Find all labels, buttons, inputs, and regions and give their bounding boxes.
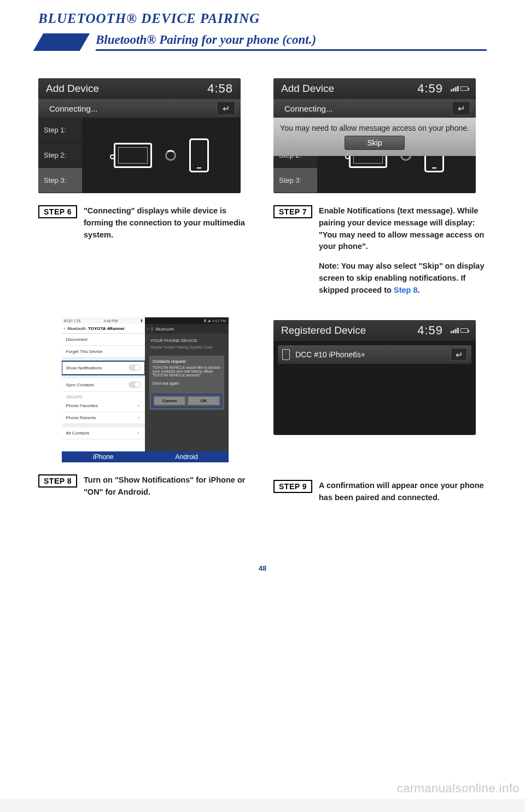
battery-icon — [460, 328, 468, 333]
iphone-screenshot: AT&T LTE 4:48 PM ▮ ‹ Bluetooth TOYOTA 4R… — [62, 317, 145, 451]
back-button[interactable]: ↵ — [217, 101, 235, 115]
android-ok-button[interactable]: OK — [188, 396, 219, 405]
wizard-step-1[interactable]: Step 1: — [38, 118, 82, 143]
step7-paragraph-1: Enable Notifications (text message). Whi… — [319, 205, 487, 253]
iphone-row-all-contacts[interactable]: All Contacts ✓ — [62, 427, 145, 439]
iphone-nav-back[interactable]: Bluetooth — [67, 326, 86, 331]
step7-note-suffix: . — [418, 286, 420, 294]
caption-iphone: iPhone — [62, 451, 145, 462]
page-number: 48 — [38, 564, 487, 572]
step-badge-6: STEP 6 — [38, 205, 77, 218]
iphone-status-carrier: AT&T LTE — [64, 319, 81, 323]
right-column: Add Device 4:59 Connecting... ↵ — [273, 78, 487, 520]
page-heading: BLUETOOTH® DEVICE PAIRING — [38, 11, 487, 26]
iphone-row-all-contacts-label: All Contacts — [66, 431, 90, 436]
registered-device-row[interactable]: DCC #10 iPhone6s+ ↵ — [278, 345, 471, 364]
android-dialog: Contacts request TOYOTA VEHICLE would li… — [149, 356, 224, 410]
iphone-row-sync-contacts[interactable]: Sync Contacts — [62, 378, 145, 392]
step7-link-step8: Step 8 — [394, 286, 418, 294]
iphone-row-favorites-label: Phone Favorites — [66, 403, 98, 408]
screen-clock: 4:59 — [417, 82, 443, 96]
headunit-icon — [114, 143, 152, 168]
screen-subtitle: Connecting... — [49, 104, 97, 113]
manual-page: BLUETOOTH® DEVICE PAIRING Bluetooth® Pai… — [0, 0, 525, 799]
iphone-row-recents-label: Phone Recents — [66, 415, 96, 420]
phone-outline-icon — [282, 349, 290, 360]
caption-android: Android — [145, 451, 229, 462]
wizard-step-2[interactable]: Step 2: — [38, 143, 82, 168]
toggle-icon[interactable] — [129, 364, 141, 371]
back-arrow-icon: ↵ — [223, 103, 230, 114]
back-button[interactable]: ↵ — [452, 101, 470, 115]
wizard-step-3[interactable]: Step 3: — [38, 168, 82, 193]
android-dialog-body: TOYOTA VEHICLE would like to access your… — [153, 366, 221, 377]
step-badge-9: STEP 9 — [273, 480, 312, 493]
iphone-row-show-notifications[interactable]: Show Notifications — [62, 361, 145, 375]
android-section-title: YOUR PHONE DEVICE — [147, 336, 226, 345]
infotainment-screenshot-step9: Registered Device 4:59 DCC #10 iPhone6s+… — [273, 320, 476, 435]
iphone-row-sync-contacts-label: Sync Contacts — [66, 382, 95, 387]
signal-bars-icon — [451, 86, 459, 91]
back-arrow-icon: ↵ — [456, 350, 463, 360]
android-status-time: 4:51 PM — [212, 319, 226, 323]
infotainment-screenshot-step6: Add Device 4:58 Connecting... ↵ Step 1: … — [38, 78, 241, 193]
wizard-step-3[interactable]: Step 3: — [273, 168, 317, 193]
chevron-left-icon: ‹ — [147, 327, 149, 332]
permission-popup: You may need to allow message access on … — [273, 118, 476, 156]
step-text-8: Turn on "Show Notifications" for iPhone … — [84, 474, 252, 498]
registered-device-name: DCC #10 iPhone6s+ — [295, 350, 365, 359]
android-section-sub: Toyota Trusted Pairing System Code — [147, 345, 226, 353]
iphone-row-favorites[interactable]: Phone Favorites ✓ — [62, 400, 145, 412]
infotainment-screenshot-step7: Add Device 4:59 Connecting... ↵ — [273, 78, 476, 193]
screen-title: Add Device — [46, 83, 99, 95]
iphone-status-battery-icon: ▮ — [141, 318, 143, 323]
screen-subtitle: Connecting... — [284, 104, 332, 113]
screen-clock: 4:58 — [207, 82, 233, 96]
screen-clock: 4:59 — [417, 323, 443, 338]
android-dialog-checkbox[interactable]: Don't ask again — [153, 381, 221, 385]
android-nav-title: Bluetooth — [156, 327, 174, 332]
iphone-row-disconnect[interactable]: Disconnect — [62, 334, 145, 346]
step-text-7: Enable Notifications (text message). Whi… — [319, 205, 487, 304]
screen-title: Registered Device — [281, 324, 366, 337]
chevron-left-icon: ‹ — [64, 326, 66, 331]
section-subheading-row: Bluetooth® Pairing for your phone (cont.… — [38, 33, 487, 51]
subheading-accent — [33, 33, 90, 51]
step-text-9: A confirmation will appear once your pho… — [319, 480, 487, 504]
android-cancel-button[interactable]: Cancel — [154, 396, 185, 405]
android-status-signal-icon: ▮ ◢ — [204, 318, 210, 323]
left-column: Add Device 4:58 Connecting... ↵ Step 1: … — [38, 78, 252, 520]
signal-bars-icon — [451, 328, 459, 333]
step-badge-7: STEP 7 — [273, 205, 312, 218]
step-text-6: "Connecting" displays while device is fo… — [84, 205, 252, 241]
phone-icon — [189, 138, 209, 172]
watermark: carmanualsonline.info — [396, 781, 520, 796]
toggle-icon[interactable] — [129, 381, 141, 388]
checkmark-icon: ✓ — [137, 415, 141, 420]
skip-button[interactable]: Skip — [345, 136, 404, 150]
section-subheading: Bluetooth® Pairing for your phone (cont.… — [96, 33, 316, 48]
bluetooth-icon: ᛒ — [151, 327, 154, 332]
android-screenshot: ▮ ◢ 4:51 PM ‹ ᛒ Bluetooth YOUR PHONE DEV… — [145, 317, 229, 451]
popup-message: You may need to allow message access on … — [280, 124, 469, 132]
checkmark-icon: ✓ — [137, 431, 141, 436]
back-button[interactable]: ↵ — [451, 348, 467, 361]
back-arrow-icon: ↵ — [458, 103, 465, 114]
phone-screenshots-row: AT&T LTE 4:48 PM ▮ ‹ Bluetooth TOYOTA 4R… — [62, 317, 229, 451]
iphone-status-time: 4:48 PM — [103, 319, 118, 323]
phone-captions: iPhone Android — [62, 451, 229, 462]
iphone-row-recents[interactable]: Phone Recents ✓ — [62, 412, 145, 424]
screen-title: Add Device — [281, 83, 334, 95]
iphone-row-show-notifications-label: Show Notifications — [66, 366, 102, 370]
battery-icon — [460, 86, 468, 91]
spinner-icon — [165, 150, 176, 161]
iphone-nav-title: TOYOTA 4Runner — [88, 326, 125, 331]
iphone-row-forget[interactable]: Forget This Device — [62, 346, 145, 358]
step7-paragraph-2: Note: You may also select "Skip" on disp… — [319, 260, 487, 296]
checkmark-icon: ✓ — [137, 403, 141, 408]
step-badge-8: STEP 8 — [38, 474, 77, 488]
iphone-groups-header: GROUPS — [62, 392, 145, 400]
android-dialog-title: Contacts request — [153, 359, 221, 364]
